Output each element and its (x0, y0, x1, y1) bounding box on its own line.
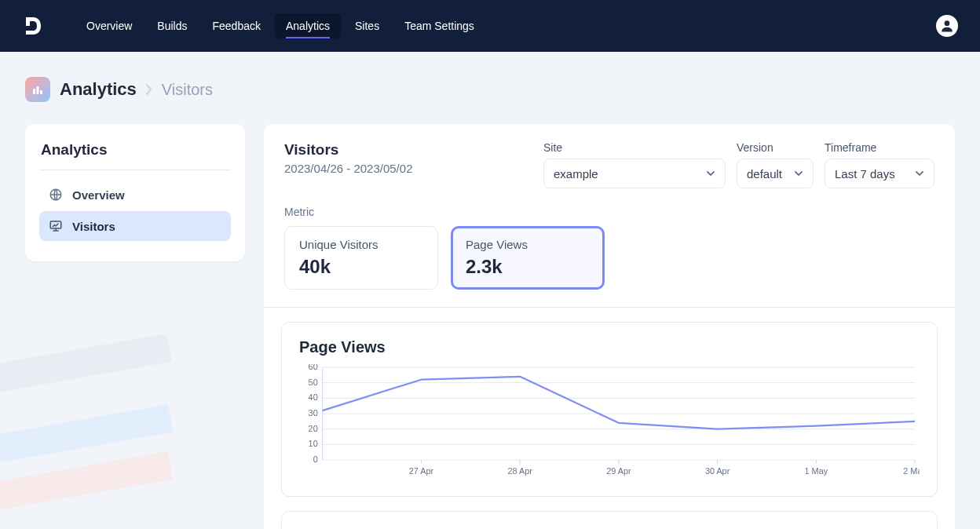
svg-text:29 Apr: 29 Apr (606, 466, 631, 476)
svg-rect-5 (37, 86, 39, 94)
version-select[interactable]: default (737, 159, 814, 188)
svg-text:30 Apr: 30 Apr (705, 466, 730, 476)
app-logo (22, 15, 44, 37)
user-icon (939, 18, 955, 34)
metric-section-label: Metric (284, 206, 934, 218)
svg-text:40: 40 (309, 392, 318, 402)
filter-timeframe-label: Timeframe (825, 141, 934, 154)
nav-team-settings[interactable]: Team Settings (393, 13, 485, 38)
site-select-value: example (554, 167, 598, 181)
chart-card: Page Views 0102030405060 27 Apr28 Apr29 … (281, 322, 938, 497)
sidebar-title: Analytics (39, 141, 231, 170)
svg-point-0 (945, 20, 950, 26)
metric-value: 2.3k (466, 256, 590, 278)
metric-unique-visitors[interactable]: Unique Visitors 40k (284, 226, 438, 290)
metric-name: Unique Visitors (299, 238, 423, 251)
svg-text:30: 30 (309, 408, 318, 418)
site-select[interactable]: example (543, 159, 726, 188)
top-nav: Overview Builds Feedback Analytics Sites… (0, 0, 980, 52)
date-range: 2023/04/26 - 2023/05/02 (284, 162, 412, 175)
metric-page-views[interactable]: Page Views 2.3k (451, 226, 605, 290)
sidebar-item-visitors[interactable]: Visitors (39, 211, 231, 241)
filter-site-label: Site (543, 141, 726, 154)
nav-sites[interactable]: Sites (344, 13, 390, 38)
sidebar-item-label: Visitors (72, 220, 115, 233)
filter-timeframe: Timeframe Last 7 days (825, 141, 934, 188)
svg-text:1 May: 1 May (805, 466, 828, 476)
main-panel: Visitors 2023/04/26 - 2023/05/02 Site ex… (264, 124, 955, 529)
svg-rect-8 (50, 221, 61, 228)
svg-text:27 Apr: 27 Apr (409, 466, 434, 476)
filter-version-label: Version (737, 141, 814, 154)
nav-overview[interactable]: Overview (75, 13, 143, 38)
filter-version: Version default (737, 141, 814, 188)
chevron-down-icon (794, 169, 803, 178)
metric-section: Metric Unique Visitors 40k Page Views 2.… (264, 206, 955, 307)
top-articles-card: Top 20 articles (281, 511, 938, 529)
svg-text:50: 50 (309, 378, 318, 387)
svg-text:10: 10 (309, 439, 318, 448)
nav-builds[interactable]: Builds (146, 13, 198, 38)
filter-site: Site example (543, 141, 726, 188)
sidebar-item-label: Overview (72, 188, 125, 202)
timeframe-select[interactable]: Last 7 days (825, 159, 934, 188)
metric-value: 40k (299, 256, 423, 278)
svg-text:28 Apr: 28 Apr (507, 466, 532, 476)
version-select-value: default (747, 167, 782, 181)
timeframe-select-value: Last 7 days (835, 167, 895, 181)
chevron-down-icon (706, 169, 715, 178)
svg-text:2 May: 2 May (903, 466, 920, 476)
page-views-chart: 0102030405060 27 Apr28 Apr29 Apr30 Apr1 … (299, 364, 920, 482)
breadcrumb-current: Visitors (162, 81, 213, 99)
sidebar-item-overview[interactable]: Overview (39, 180, 231, 210)
chevron-down-icon (915, 169, 924, 178)
chart-title: Page Views (299, 338, 920, 356)
svg-text:20: 20 (309, 424, 318, 433)
svg-text:60: 60 (309, 364, 318, 371)
svg-rect-6 (40, 90, 42, 94)
svg-text:0: 0 (313, 454, 318, 464)
metric-name: Page Views (466, 238, 590, 251)
divider (264, 307, 955, 308)
presentation-icon (49, 219, 63, 233)
nav-feedback[interactable]: Feedback (202, 13, 272, 38)
sidebar: Analytics Overview Visitors (25, 124, 245, 261)
breadcrumb-section[interactable]: Analytics (60, 79, 137, 100)
svg-rect-4 (33, 89, 35, 94)
nav-analytics[interactable]: Analytics (275, 13, 341, 38)
breadcrumb-icon (25, 77, 50, 102)
main-header: Visitors 2023/04/26 - 2023/05/02 Site ex… (264, 124, 955, 206)
logo-icon (22, 15, 44, 37)
analytics-icon (31, 83, 44, 96)
page-title: Visitors (284, 141, 412, 159)
globe-icon (49, 188, 63, 202)
chevron-right-icon (146, 84, 152, 95)
breadcrumb: Analytics Visitors (25, 77, 955, 102)
user-avatar[interactable] (936, 15, 958, 37)
